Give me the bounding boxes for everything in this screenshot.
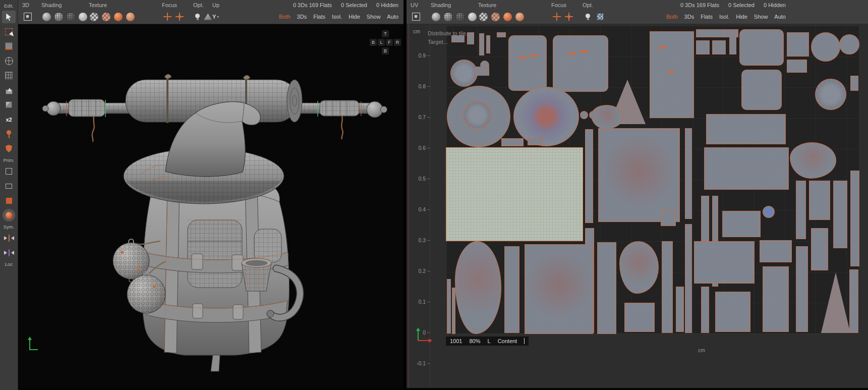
menu-focus-3d[interactable]: Focus: [162, 0, 193, 10]
display-filter-button[interactable]: Flats: [313, 14, 325, 20]
texture-stretch-button[interactable]: [125, 11, 136, 22]
uv-island[interactable]: [787, 32, 809, 57]
uv-island[interactable]: [528, 138, 543, 145]
uv-island[interactable]: [463, 101, 491, 129]
tool-unfold[interactable]: [2, 84, 16, 96]
view-cube-front[interactable]: F: [386, 39, 393, 46]
display-filter-button[interactable]: Isol.: [332, 14, 342, 20]
uv-island[interactable]: [451, 35, 465, 42]
display-filter-button[interactable]: Hide: [349, 14, 360, 20]
tool-pack-islands[interactable]: [2, 40, 16, 52]
view-cube-right[interactable]: R: [394, 39, 401, 46]
display-filter-button[interactable]: Auto: [387, 14, 398, 20]
symmetry-v-toggle[interactable]: [2, 246, 16, 259]
up-axis-dropdown[interactable]: Y ▾: [212, 11, 219, 22]
texture-distortion-button[interactable]: [502, 11, 513, 22]
symmetry-u-toggle[interactable]: [2, 232, 16, 244]
uv-island[interactable]: [850, 171, 859, 266]
menu-opt-uv[interactable]: Opt.: [583, 0, 611, 10]
menu-shading-uv[interactable]: Shading: [431, 0, 478, 10]
uv-island[interactable]: [661, 211, 676, 226]
display-filter-button[interactable]: Isol.: [719, 14, 729, 20]
uv-island[interactable]: [497, 32, 506, 37]
uv-island[interactable]: [446, 147, 583, 241]
uv-island[interactable]: [455, 241, 501, 334]
uv-island[interactable]: [763, 266, 789, 332]
uv-island[interactable]: [787, 60, 807, 73]
tool-lattice-deform[interactable]: [2, 69, 16, 82]
uv-editor[interactable]: Distribute to tile... Target... cm 0.90.…: [407, 24, 868, 388]
frame-all-button[interactable]: [22, 11, 33, 22]
uv-island[interactable]: [480, 61, 489, 70]
uv-island[interactable]: [504, 246, 519, 333]
display-filter-button[interactable]: Flats: [701, 14, 713, 20]
menu-texture-3d[interactable]: Texture: [89, 0, 162, 10]
cup-mesh[interactable]: [242, 258, 271, 291]
focus-selection-button[interactable]: [551, 11, 562, 22]
menu-focus-uv[interactable]: Focus: [551, 0, 583, 10]
uv-island[interactable]: [701, 196, 709, 241]
content-dropdown[interactable]: Content: [498, 338, 517, 344]
uv-island[interactable]: [479, 33, 484, 55]
display-filter-button[interactable]: Show: [367, 14, 381, 20]
uv-island[interactable]: [850, 76, 858, 91]
uv-island[interactable]: [809, 181, 830, 220]
shading-flat-button[interactable]: [431, 11, 441, 22]
uv-island[interactable]: [452, 288, 455, 334]
shading-bright-button[interactable]: [467, 11, 478, 22]
menu-3d[interactable]: 3D: [22, 0, 41, 10]
uv-island[interactable]: [525, 244, 593, 334]
menu-up-axis[interactable]: Up: [212, 0, 235, 10]
light-toggle-button[interactable]: [583, 11, 593, 22]
shading-wireflat-button[interactable]: [66, 11, 76, 22]
pivot-display-button[interactable]: [204, 11, 213, 22]
focus-all-button[interactable]: [563, 11, 574, 22]
uv-island[interactable]: [467, 32, 474, 44]
shading-flat-button[interactable]: [41, 11, 52, 22]
texture-distortion-button[interactable]: [113, 11, 124, 22]
view-cube-left[interactable]: L: [378, 39, 385, 46]
menu-opt-3d[interactable]: Opt.: [193, 0, 212, 10]
uv-island[interactable]: [722, 211, 761, 237]
uv-island[interactable]: [694, 241, 755, 284]
uv-island[interactable]: [704, 147, 789, 190]
texture-checker-color-button[interactable]: [101, 11, 111, 22]
uv-island[interactable]: [833, 181, 847, 248]
tool-x2[interactable]: x2: [2, 113, 16, 126]
frame-all-uv-button[interactable]: [411, 11, 421, 22]
uv-island[interactable]: [685, 224, 692, 333]
display-filter-button[interactable]: 3Ds: [684, 14, 695, 20]
tool-sphere-projection[interactable]: [2, 54, 16, 67]
grid-toggle-button[interactable]: [595, 11, 605, 22]
uv-island[interactable]: [501, 138, 524, 146]
focus-selection-button[interactable]: [162, 11, 172, 22]
uv-island[interactable]: [685, 128, 692, 219]
uv-island[interactable]: [821, 272, 850, 333]
uv-island[interactable]: [486, 35, 490, 53]
uv-island[interactable]: [662, 241, 673, 333]
uv-island[interactable]: [676, 287, 684, 332]
uv-island[interactable]: [580, 111, 588, 119]
uv-island[interactable]: [760, 240, 792, 262]
tool-protect[interactable]: [2, 142, 16, 155]
view-cube-back[interactable]: B: [370, 39, 377, 46]
backpack-model[interactable]: [18, 24, 403, 388]
uv-island[interactable]: [739, 29, 784, 66]
shading-wire-button[interactable]: [53, 11, 64, 22]
uv-island[interactable]: [450, 60, 478, 87]
uv-island[interactable]: [811, 228, 828, 270]
uv-island[interactable]: [729, 29, 736, 54]
uv-island[interactable]: [650, 31, 694, 118]
uv-island[interactable]: [715, 292, 750, 332]
display-filter-button[interactable]: 3Ds: [297, 14, 307, 20]
menu-texture-uv[interactable]: Texture: [478, 0, 551, 10]
uv-island[interactable]: [796, 246, 808, 332]
tool-select-arrow[interactable]: [2, 11, 16, 23]
uv-island[interactable]: [696, 40, 710, 54]
uv-island[interactable]: [796, 181, 806, 239]
uv-island[interactable]: [763, 206, 775, 218]
menu-shading-3d[interactable]: Shading: [41, 0, 89, 10]
prim-sphere[interactable]: [3, 209, 15, 221]
uv-island[interactable]: [513, 87, 579, 146]
uv-island[interactable]: [839, 34, 859, 54]
